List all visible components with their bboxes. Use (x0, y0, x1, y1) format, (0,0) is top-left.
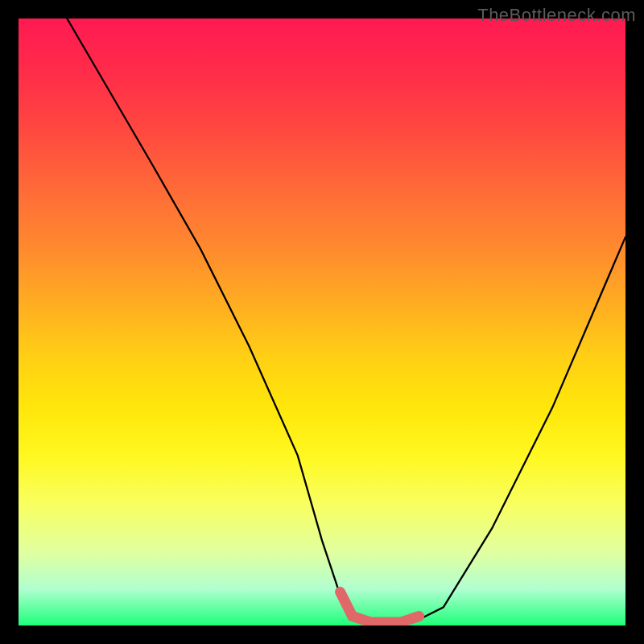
plot-area (19, 19, 625, 625)
trough-marker (341, 592, 419, 622)
curve-svg (19, 19, 625, 625)
bottleneck-curve (67, 19, 625, 625)
watermark-text: TheBottleneck.com (477, 5, 636, 26)
